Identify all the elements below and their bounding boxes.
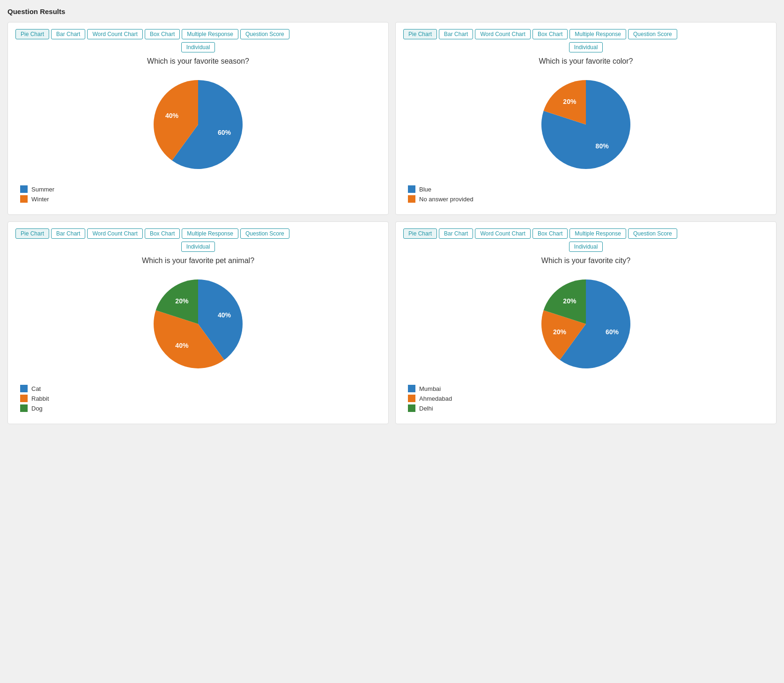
legend-label: Blue xyxy=(419,186,431,193)
legend-color-box xyxy=(408,395,415,402)
legend-label: Winter xyxy=(31,196,49,203)
legend-item: Cat xyxy=(20,385,381,392)
slice-label-cat: 40% xyxy=(218,311,231,319)
legend: BlueNo answer provided xyxy=(403,185,769,203)
legend: MumbaiAhmedabadDelhi xyxy=(403,385,769,412)
legend-item: Winter xyxy=(20,195,381,203)
legend-item: Ahmedabad xyxy=(408,395,769,402)
center-tab-row: Individual xyxy=(403,242,769,252)
tab-row: Pie ChartBar ChartWord Count ChartBox Ch… xyxy=(15,228,381,239)
tab-multiple-response[interactable]: Multiple Response xyxy=(182,228,238,239)
slice-label-blue: 80% xyxy=(596,142,609,150)
tab-box-chart[interactable]: Box Chart xyxy=(533,29,568,39)
slice-label-dog: 20% xyxy=(175,297,189,305)
legend-label: Cat xyxy=(31,385,41,392)
legend-item: Blue xyxy=(408,185,769,193)
legend-color-box xyxy=(20,185,28,193)
legend: CatRabbitDog xyxy=(15,385,381,412)
legend-color-box xyxy=(408,185,415,193)
question-title: Which is your favorite color? xyxy=(403,57,769,66)
slice-label-rabbit: 40% xyxy=(175,342,189,349)
legend-item: Rabbit xyxy=(20,395,381,402)
tab-pie-chart[interactable]: Pie Chart xyxy=(15,228,49,239)
question-title: Which is your favorite city? xyxy=(403,257,769,265)
center-tab-row: Individual xyxy=(403,42,769,52)
question-title: Which is your favorite pet animal? xyxy=(15,257,381,265)
card-4: Pie ChartBar ChartWord Count ChartBox Ch… xyxy=(395,221,777,424)
card-2: Pie ChartBar ChartWord Count ChartBox Ch… xyxy=(395,22,777,215)
slice-label-ahmedabad: 20% xyxy=(553,328,567,336)
legend: SummerWinter xyxy=(15,185,381,203)
tab-row: Pie ChartBar ChartWord Count ChartBox Ch… xyxy=(15,29,381,39)
legend-item: Delhi xyxy=(408,404,769,412)
legend-label: Ahmedabad xyxy=(419,395,452,402)
slice-label-no-answer-provided: 20% xyxy=(563,98,577,105)
legend-label: Delhi xyxy=(419,405,433,412)
legend-item: Summer xyxy=(20,185,381,193)
legend-label: Dog xyxy=(31,405,43,412)
legend-label: Summer xyxy=(31,186,54,193)
tab-multiple-response[interactable]: Multiple Response xyxy=(570,29,626,39)
tab-bar-chart[interactable]: Bar Chart xyxy=(439,228,473,239)
individual-tab[interactable]: Individual xyxy=(569,242,603,252)
legend-color-box xyxy=(408,195,415,203)
slice-label-summer: 60% xyxy=(218,129,231,136)
legend-color-box xyxy=(20,395,28,402)
legend-item: Dog xyxy=(20,404,381,412)
legend-color-box xyxy=(408,404,415,412)
question-title: Which is your favorite season? xyxy=(15,57,381,66)
legend-item: Mumbai xyxy=(408,385,769,392)
card-3: Pie ChartBar ChartWord Count ChartBox Ch… xyxy=(7,221,389,424)
tab-word-count-chart[interactable]: Word Count Chart xyxy=(475,228,531,239)
center-tab-row: Individual xyxy=(15,242,381,252)
individual-tab[interactable]: Individual xyxy=(181,242,215,252)
pie-chart-area: 60%20%20% xyxy=(403,272,769,375)
tab-question-score[interactable]: Question Score xyxy=(628,29,677,39)
pie-chart-area: 60%40% xyxy=(15,73,381,176)
legend-color-box xyxy=(20,404,28,412)
legend-label: Mumbai xyxy=(419,385,441,392)
legend-label: Rabbit xyxy=(31,395,49,402)
tab-question-score[interactable]: Question Score xyxy=(240,29,289,39)
legend-color-box xyxy=(408,385,415,392)
tab-word-count-chart[interactable]: Word Count Chart xyxy=(87,29,143,39)
tab-row: Pie ChartBar ChartWord Count ChartBox Ch… xyxy=(403,228,769,239)
tab-bar-chart[interactable]: Bar Chart xyxy=(439,29,473,39)
tab-row: Pie ChartBar ChartWord Count ChartBox Ch… xyxy=(403,29,769,39)
legend-label: No answer provided xyxy=(419,196,473,203)
tab-question-score[interactable]: Question Score xyxy=(240,228,289,239)
tab-word-count-chart[interactable]: Word Count Chart xyxy=(475,29,531,39)
legend-item: No answer provided xyxy=(408,195,769,203)
individual-tab[interactable]: Individual xyxy=(181,42,215,52)
pie-chart-area: 40%40%20% xyxy=(15,272,381,375)
tab-box-chart[interactable]: Box Chart xyxy=(145,228,180,239)
tab-word-count-chart[interactable]: Word Count Chart xyxy=(87,228,143,239)
tab-pie-chart[interactable]: Pie Chart xyxy=(403,29,437,39)
pie-chart-area: 80%20% xyxy=(403,73,769,176)
tab-multiple-response[interactable]: Multiple Response xyxy=(570,228,626,239)
center-tab-row: Individual xyxy=(15,42,381,52)
tab-pie-chart[interactable]: Pie Chart xyxy=(15,29,49,39)
tab-bar-chart[interactable]: Bar Chart xyxy=(51,29,85,39)
cards-grid: Pie ChartBar ChartWord Count ChartBox Ch… xyxy=(7,22,777,424)
tab-pie-chart[interactable]: Pie Chart xyxy=(403,228,437,239)
tab-box-chart[interactable]: Box Chart xyxy=(533,228,568,239)
tab-box-chart[interactable]: Box Chart xyxy=(145,29,180,39)
tab-question-score[interactable]: Question Score xyxy=(628,228,677,239)
page-title: Question Results xyxy=(7,7,777,15)
tab-bar-chart[interactable]: Bar Chart xyxy=(51,228,85,239)
tab-multiple-response[interactable]: Multiple Response xyxy=(182,29,238,39)
legend-color-box xyxy=(20,195,28,203)
slice-label-delhi: 20% xyxy=(563,297,577,305)
legend-color-box xyxy=(20,385,28,392)
individual-tab[interactable]: Individual xyxy=(569,42,603,52)
slice-label-mumbai: 60% xyxy=(606,328,619,336)
slice-label-winter: 40% xyxy=(165,112,179,119)
card-1: Pie ChartBar ChartWord Count ChartBox Ch… xyxy=(7,22,389,215)
